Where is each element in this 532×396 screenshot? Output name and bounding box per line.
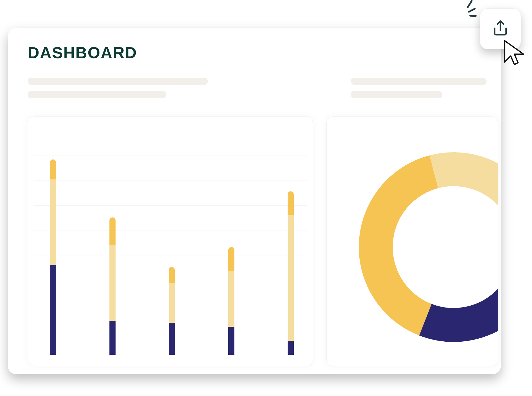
share-button[interactable] — [480, 8, 521, 49]
share-icon — [492, 20, 509, 38]
skeleton-line — [351, 78, 487, 85]
bar-segment-navy — [50, 265, 56, 355]
gridline — [34, 205, 307, 206]
bar-segment-sand — [288, 215, 294, 341]
bar-chart-panel — [28, 116, 313, 366]
skeleton-line — [28, 91, 166, 98]
bar — [288, 191, 294, 355]
donut-chart-panel — [326, 116, 498, 366]
stacked-bar-chart — [34, 156, 307, 355]
gridline — [34, 181, 307, 181]
bar-segment-sand — [109, 245, 116, 321]
spark-lines-icon — [461, 1, 478, 18]
gridline — [34, 156, 307, 156]
bar — [50, 159, 56, 355]
bar-segment-sand — [228, 271, 234, 327]
skeleton-line — [351, 91, 442, 98]
gridline — [34, 355, 307, 355]
bar-segment-amber — [288, 191, 294, 215]
bar — [109, 217, 116, 355]
skeleton-line — [28, 78, 208, 85]
page-title: DASHBOARD — [28, 43, 137, 62]
bar-segment-sand — [50, 179, 56, 265]
dashboard-card: DASHBOARD — [8, 28, 501, 374]
bar-segment-amber — [50, 159, 56, 179]
bar-segment-amber — [228, 247, 234, 271]
bar-segment-navy — [169, 323, 175, 355]
bar-segment-navy — [228, 327, 234, 355]
bar-segment-amber — [109, 217, 116, 245]
bar-segment-navy — [288, 341, 294, 355]
gridline — [34, 255, 307, 255]
bar — [169, 267, 175, 355]
bar-segment-amber — [169, 267, 175, 283]
gridline — [34, 230, 307, 230]
donut-chart — [354, 147, 498, 347]
bar-segment-navy — [109, 321, 116, 355]
bar-segment-sand — [169, 283, 175, 323]
bar — [228, 247, 234, 355]
